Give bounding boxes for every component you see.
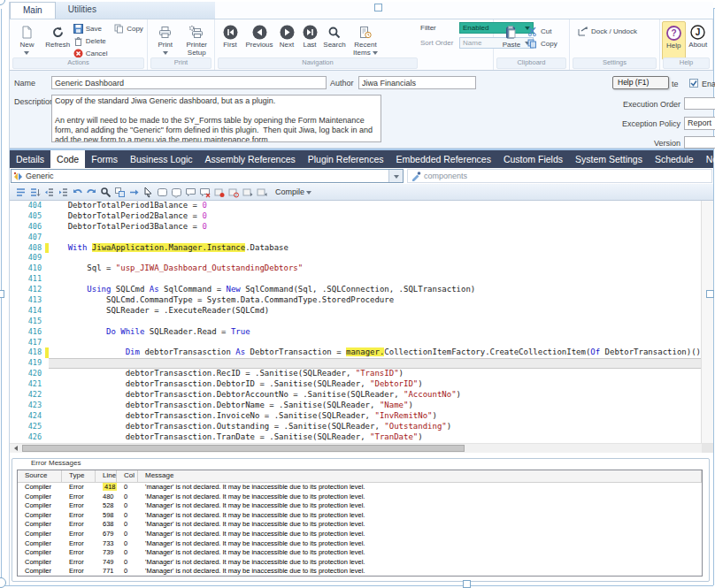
printer-setup-button[interactable]: Printer Setup	[181, 21, 213, 60]
save-button[interactable]: Save	[73, 22, 114, 34]
column-source[interactable]: Source	[18, 470, 62, 482]
error-row[interactable]: CompilerError5280'Manager' is not declar…	[18, 501, 702, 511]
code-line-416[interactable]: 416 Do While SQLReader.Read = True	[10, 327, 713, 338]
selection-handle-right[interactable]	[706, 290, 714, 298]
tab-details[interactable]: Details	[10, 150, 50, 168]
scroll-left-button[interactable]	[10, 444, 21, 453]
code-line-408[interactable]: 408 With JiwaApplication.Manager.Instanc…	[10, 243, 713, 254]
selection-handle-bottom[interactable]	[463, 580, 471, 588]
error-listview[interactable]: Source Type Line Col Message CompilerErr…	[17, 470, 703, 577]
code-line-413[interactable]: 413 SQLCmd.CommandType = System.Data.Com…	[10, 295, 713, 306]
exception-policy-dropdown[interactable]: Report	[684, 117, 715, 130]
cut-button[interactable]: Cut	[527, 25, 566, 37]
next-bookmark-icon[interactable]	[240, 186, 254, 199]
delete-button[interactable]: Delete	[73, 34, 114, 47]
compile-button[interactable]: Compile	[275, 187, 304, 196]
horizontal-scrollbar[interactable]	[10, 443, 713, 453]
clipboard-copy-button[interactable]: Copy	[527, 37, 566, 50]
code-line-409[interactable]: 409	[10, 253, 713, 263]
help-button[interactable]: ? Help	[662, 21, 686, 60]
first-button[interactable]: First	[217, 21, 243, 60]
column-message[interactable]: Message	[138, 470, 702, 482]
previous-button[interactable]: Previous	[243, 21, 275, 60]
next-button[interactable]: Next	[275, 21, 298, 60]
indent-decrease-icon[interactable]	[42, 186, 56, 199]
column-line[interactable]: Line	[96, 470, 117, 482]
execution-order-input[interactable]	[684, 97, 715, 110]
column-col[interactable]: Col	[117, 470, 138, 482]
last-button[interactable]: Last	[298, 21, 321, 60]
name-input[interactable]	[51, 76, 327, 89]
tab-schedule[interactable]: Schedule	[649, 150, 700, 168]
copy-button[interactable]: Copy	[114, 22, 145, 34]
outline-icon[interactable]	[13, 186, 27, 199]
code-editor[interactable]: 404 DebtorTotalPeriod1Balance = 0405 Deb…	[10, 201, 713, 443]
ribbon-tab-main[interactable]: Main	[10, 2, 56, 19]
paste-button[interactable]: Paste	[496, 21, 527, 60]
error-row[interactable]: CompilerError7330'Manager' is not declar…	[18, 539, 702, 549]
code-line-425[interactable]: 425 debtorTransasction.Outstanding = .Sa…	[10, 422, 713, 432]
code-line-420[interactable]: 420 debtorTransasction.RecID = .Sanitise…	[10, 369, 713, 379]
code-line-426[interactable]: 426 debtorTransasction.TranDate = .Sanit…	[10, 432, 713, 443]
replace-icon[interactable]	[112, 186, 127, 199]
vertical-scrollbar[interactable]	[701, 201, 713, 443]
tab-system-settings[interactable]: System Settings	[569, 150, 649, 168]
selection-handle-topleft[interactable]	[0, 0, 5, 5]
code-line-423[interactable]: 423 debtorTransasction.DebtorName = .San…	[10, 401, 713, 411]
indent-increase-icon[interactable]	[56, 186, 70, 199]
code-line-404[interactable]: 404 DebtorTotalPeriod1Balance = 0	[10, 201, 713, 211]
code-line-422[interactable]: 422 debtorTransasction.DebtorAccountNo =…	[10, 390, 713, 401]
column-type[interactable]: Type	[62, 470, 96, 482]
code-line-418[interactable]: 418 Dim debtorTransasction As DebtorTran…	[10, 347, 713, 358]
uncomment-icon[interactable]	[197, 186, 211, 199]
dock-undock-button[interactable]: Dock / Undock	[572, 21, 657, 37]
code-line-424[interactable]: 424 debtorTransasction.InvoiceNo = .Sani…	[10, 411, 713, 422]
description-input[interactable]: Copy of the standard Jiwa Generic dashbo…	[51, 95, 381, 142]
surround-box-icon[interactable]	[169, 186, 183, 199]
error-row[interactable]: CompilerError7490'Manager' is not declar…	[18, 558, 702, 568]
clear-breakpoints-icon[interactable]	[226, 186, 240, 199]
code-line-419[interactable]: 419	[10, 358, 713, 369]
selection-handle-left[interactable]	[0, 290, 4, 298]
code-line-405[interactable]: 405 DebtorTotalPeriod2Balance = 0	[10, 211, 713, 222]
about-button[interactable]: J About	[686, 21, 711, 60]
error-row[interactable]: CompilerError7390'Manager' is not declar…	[18, 548, 702, 558]
ribbon-tab-utilities[interactable]: Utilities	[56, 2, 109, 19]
error-row[interactable]: CompilerError6380'Manager' is not declar…	[18, 520, 702, 530]
scrollbar-thumb[interactable]	[22, 445, 465, 452]
tab-forms[interactable]: Forms	[85, 150, 124, 168]
code-line-415[interactable]: 415	[10, 317, 713, 327]
code-module-combobox[interactable]: Generic	[11, 169, 404, 183]
tab-notes[interactable]: Notes	[700, 150, 715, 168]
author-input[interactable]	[358, 76, 476, 89]
code-line-421[interactable]: 421 debtorTransasction.DebtorID = .Sanit…	[10, 379, 713, 390]
code-line-406[interactable]: 406 DebtorTotalPeriod3Balance = 0	[10, 222, 713, 233]
toggle-breakpoint-icon[interactable]	[211, 186, 226, 199]
goto-icon[interactable]	[127, 186, 141, 199]
redo-icon[interactable]	[84, 186, 98, 199]
error-list-header[interactable]: Source Type Line Col Message	[18, 470, 702, 483]
search-button[interactable]: Search	[321, 21, 348, 60]
recent-items-button[interactable]: Recent Items	[348, 21, 383, 60]
refresh-button[interactable]: Refresh	[42, 21, 73, 60]
selection-handle-top[interactable]	[374, 4, 382, 11]
error-row[interactable]: CompilerError6790'Manager' is not declar…	[18, 530, 702, 539]
enabled-checkbox[interactable]	[689, 79, 698, 88]
tab-code[interactable]: Code	[50, 150, 85, 168]
select-pointer-icon[interactable]	[141, 186, 155, 199]
new-button[interactable]: New	[12, 21, 42, 60]
tab-business-logic[interactable]: Business Logic	[124, 150, 199, 168]
code-line-407[interactable]: 407	[10, 233, 713, 243]
selection-handle-bottomleft[interactable]	[0, 577, 6, 588]
comment-icon[interactable]	[183, 186, 197, 199]
toolbar-overflow-icon[interactable]	[306, 191, 311, 195]
prev-bookmark-icon[interactable]	[254, 186, 268, 199]
error-row[interactable]: CompilerError4180'manager' is not declar…	[18, 483, 702, 493]
code-line-414[interactable]: 414 SQLReader = .ExecuteReader(SQLCmd)	[10, 306, 713, 317]
snippet-box-icon[interactable]	[155, 186, 169, 199]
code-line-411[interactable]: 411	[10, 274, 713, 285]
code-line-412[interactable]: 412 Using SQLCmd As SqlCommand = New Sql…	[10, 285, 713, 295]
print-button[interactable]: Print	[150, 21, 181, 60]
tab-plugin-references[interactable]: Plugin References	[302, 150, 390, 168]
tab-embedded-references[interactable]: Embedded References	[390, 150, 497, 168]
